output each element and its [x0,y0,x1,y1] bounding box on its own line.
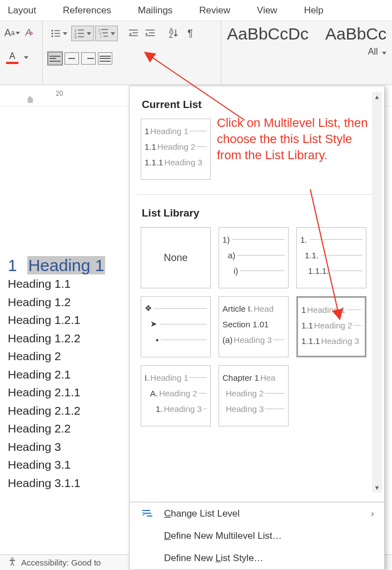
ruler-hanging-indent-icon[interactable] [28,100,33,103]
tab-review[interactable]: Review [199,5,230,16]
list-thumb-paren[interactable]: 1) a) i) [219,227,289,288]
bullets-button[interactable] [47,26,70,41]
styles-group: AaBbCcDc AaBbCc All [221,21,392,85]
svg-rect-22 [149,32,155,33]
list-thumb-bullets[interactable]: ❖ ➤ ▪ [141,296,211,357]
list-thumb-dot[interactable]: 1. 1.1. 1.1.1. [296,227,366,288]
decrease-indent-button[interactable] [126,26,141,41]
doc-line: Heading 3 [8,438,133,456]
list-library-title: List Library [130,195,384,227]
doc-line: Heading 1.2 [8,293,133,312]
accessibility-icon [8,557,17,568]
change-level-label: Change List Level [164,508,240,519]
ribbon-toolbar: Aa A A 123 1ai [0,21,392,85]
svg-rect-19 [132,32,138,33]
svg-rect-18 [129,30,138,31]
svg-rect-23 [146,35,155,36]
current-list-title: Current List [130,86,384,119]
tab-view[interactable]: View [257,5,277,16]
font-color-dropdown-icon[interactable] [24,56,28,59]
align-center-button[interactable] [64,51,80,66]
svg-point-29 [11,558,13,560]
list-thumb-heading-numbered[interactable]: 1Heading 1 1.1Heading 2 1.1.1Heading 3 [296,296,366,357]
style-heading-preview[interactable]: AaBbCc [325,24,386,43]
define-list-style-item[interactable]: Define New List Style… [130,547,384,569]
align-left-button[interactable] [47,51,63,66]
list-thumb-chapter[interactable]: Chapter 1Hea Heading 2 Heading 3 [219,365,289,426]
font-group: Aa A A [0,21,43,85]
svg-text:i: i [101,35,101,38]
doc-line: Heading 2.1 [8,366,133,384]
define-multi-label: Define New Multilevel List… [164,530,282,542]
multilevel-list-button[interactable]: 1ai [95,26,118,41]
doc-line: Heading 1.1 [8,275,133,293]
svg-rect-13 [101,29,108,30]
svg-rect-15 [102,32,108,33]
numbering-button[interactable]: 123 [71,26,94,41]
svg-rect-5 [54,36,60,37]
styles-all-dropdown[interactable]: All [227,47,386,57]
document-area: 1Heading 1 Heading 1.1 Heading 1.2 Headi… [0,111,133,348]
svg-rect-24 [142,510,150,511]
svg-rect-7 [78,30,84,31]
doc-line: Heading 2.2 [8,420,133,438]
current-list-thumb[interactable]: 1Heading 1 1.1Heading 2 1.1.1Heading 3 [141,119,211,180]
justify-button[interactable] [97,51,113,66]
change-level-icon [140,509,155,519]
doc-line: Heading 2 [8,347,133,366]
list-thumb-roman[interactable]: I.Heading 1 A.Heading 2 1.Heading 3 [141,365,211,426]
sort-button[interactable]: AZ [166,26,181,41]
increase-indent-button[interactable] [142,26,158,41]
change-list-level-item[interactable]: Change List Level › [130,503,384,525]
tab-help[interactable]: Help [304,5,324,16]
doc-line: Heading 1.2.2 [8,330,133,348]
list-thumb-article[interactable]: Article I.Head Section 1.01 (a)Heading 3 [219,296,289,357]
scroll-up-icon[interactable]: ▲ [372,92,382,102]
doc-line: Heading 2.1.2 [8,402,133,420]
doc-line: Heading 3.1.1 [8,474,133,493]
tab-layout[interactable]: Layout [8,5,36,16]
chevron-right-icon: › [371,508,374,519]
show-paragraph-marks-button[interactable]: ¶ [182,26,198,41]
svg-rect-11 [78,36,84,37]
ribbon-tabs: Layout References Mailings Review View H… [0,0,392,21]
accessibility-label: Accessibility: Good to [21,558,101,567]
define-style-label: Define New List Style… [164,553,264,564]
svg-rect-25 [145,513,151,514]
svg-rect-26 [147,515,152,517]
align-right-button[interactable] [81,51,96,66]
ruler-mark-20: 20 [56,90,63,97]
svg-point-4 [52,36,53,37]
font-color-button[interactable]: A [4,50,20,65]
style-normal-preview[interactable]: AaBbCcDc [227,24,309,43]
heading-text[interactable]: Heading 1 [27,256,106,274]
change-case-button[interactable]: Aa [4,26,20,40]
clear-formatting-button[interactable]: A [22,26,38,40]
svg-rect-1 [54,30,60,31]
tab-references[interactable]: References [63,5,111,16]
paragraph-group: 123 1ai AZ ¶ [43,21,221,85]
tab-mailings[interactable]: Mailings [138,5,172,16]
doc-line: Heading 1.2.1 [8,311,133,330]
dropdown-footer: Change List Level › Define New Multileve… [130,502,384,569]
heading-number: 1 [8,256,17,274]
scroll-down-icon[interactable]: ▼ [372,483,382,493]
svg-text:3: 3 [75,36,77,39]
doc-line: Heading 2.1.1 [8,384,133,402]
define-multilevel-item[interactable]: Define New Multilevel List… [130,525,384,547]
svg-rect-17 [103,36,108,37]
svg-point-0 [52,30,53,32]
svg-point-2 [52,33,53,35]
list-thumb-none[interactable]: None [141,227,211,288]
dropdown-scrollbar[interactable]: ▲ ▼ [372,92,382,493]
svg-rect-9 [78,33,84,34]
svg-rect-21 [146,30,155,31]
doc-line: Heading 3.1 [8,456,133,474]
multilevel-list-dropdown: ▲ ▼ Current List 1Heading 1 1.1Heading 2… [129,86,385,570]
svg-rect-20 [129,35,138,36]
svg-rect-3 [54,33,60,34]
ruler-indent-marker-icon[interactable] [27,96,33,100]
